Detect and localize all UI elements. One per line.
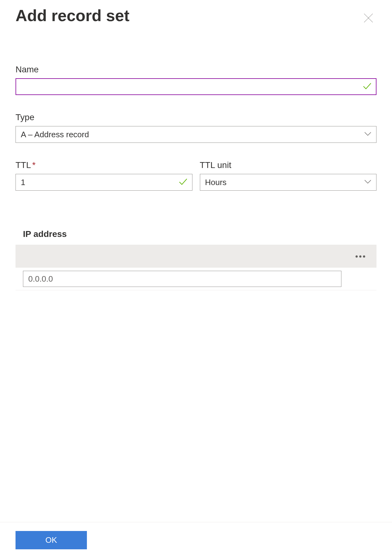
name-label: Name	[16, 65, 376, 75]
ok-button[interactable]: OK	[16, 531, 87, 549]
name-input[interactable]	[16, 78, 376, 95]
svg-point-2	[356, 256, 358, 258]
ttl-input[interactable]	[16, 174, 192, 191]
ip-address-input-row	[16, 268, 376, 290]
svg-point-4	[363, 256, 365, 258]
ip-address-input[interactable]	[23, 271, 341, 287]
add-record-set-panel: Add record set Name Type	[0, 0, 392, 558]
panel-title: Add record set	[16, 6, 129, 25]
ttl-field-group: TTL*	[16, 160, 192, 191]
form-body: Name Type	[16, 65, 376, 522]
panel-header: Add record set	[16, 6, 376, 27]
ttl-input-wrapper	[16, 174, 192, 191]
ttl-label: TTL*	[16, 160, 192, 170]
required-star-icon: *	[32, 160, 36, 170]
svg-point-3	[359, 256, 362, 258]
ttl-row: TTL* TTL unit	[16, 160, 376, 208]
ip-address-section: IP address	[16, 229, 376, 290]
name-field-group: Name	[16, 65, 376, 95]
type-field-group: Type	[16, 112, 376, 143]
name-input-wrapper	[16, 78, 376, 95]
close-icon	[363, 12, 374, 24]
ttl-label-text: TTL	[16, 160, 31, 170]
type-label: Type	[16, 112, 376, 122]
ip-address-header: IP address	[16, 229, 376, 239]
more-actions-button[interactable]	[353, 251, 368, 261]
ttl-unit-label: TTL unit	[200, 160, 377, 170]
panel-footer: OK	[0, 522, 392, 558]
close-button[interactable]	[360, 10, 376, 27]
ttl-unit-field-group: TTL unit	[200, 160, 377, 191]
type-select[interactable]	[16, 126, 376, 143]
ellipsis-icon	[355, 255, 365, 258]
ttl-unit-select[interactable]	[200, 174, 377, 191]
ip-address-row-header	[16, 245, 376, 268]
ttl-unit-select-wrapper	[200, 174, 377, 191]
type-select-wrapper	[16, 126, 376, 143]
